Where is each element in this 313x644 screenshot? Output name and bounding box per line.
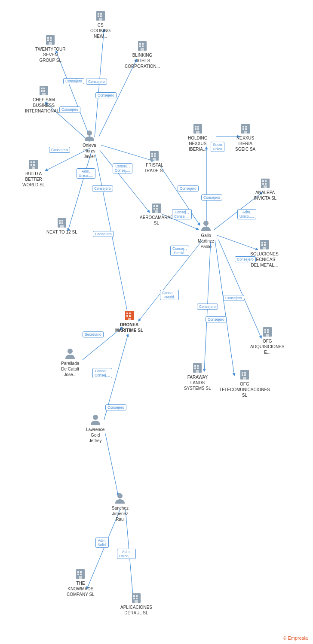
- svg-rect-51: [33, 161, 35, 163]
- building-icon: [191, 361, 203, 374]
- faraway-label: FARAWAY LANDS SYSTEMS SL: [184, 374, 211, 391]
- svg-rect-118: [244, 372, 246, 374]
- svg-rect-95: [261, 244, 263, 246]
- aplicaciones-node: APLICACIONES DERAUL SL: [120, 592, 152, 616]
- svg-rect-68: [153, 205, 155, 207]
- holding-nexxus-label: HOLDING NEXXUS IBERIA...: [188, 135, 208, 152]
- analepa-node: ANALEPA INVICTA SL: [254, 177, 276, 201]
- faraway-node: FARAWAY LANDS SYSTEMS SL: [184, 361, 211, 391]
- building-icon: [56, 216, 68, 228]
- svg-rect-126: [77, 571, 79, 573]
- svg-line-18: [215, 240, 234, 376]
- svg-rect-56: [59, 220, 61, 222]
- consej-presid-label-2: Consej. , Presid.: [160, 290, 179, 300]
- building-icon: [74, 568, 86, 580]
- consej-presid-label-1: Consej. , Presid.: [170, 246, 189, 256]
- building-icon: [239, 368, 251, 380]
- building-icon: [258, 238, 270, 250]
- building-icon: [150, 202, 163, 214]
- svg-rect-44: [43, 88, 45, 89]
- consejero-label-8: Consejero: [178, 185, 199, 191]
- svg-rect-26: [100, 13, 102, 15]
- svg-rect-64: [151, 155, 153, 157]
- svg-rect-111: [194, 365, 196, 367]
- svg-rect-29: [99, 18, 102, 21]
- svg-rect-39: [139, 46, 141, 47]
- svg-rect-57: [61, 220, 63, 222]
- svg-rect-135: [136, 598, 138, 599]
- gallo-node: Gallo Martinez Pablo: [198, 219, 214, 249]
- svg-line-23: [105, 434, 118, 496]
- svg-rect-82: [242, 128, 244, 130]
- svg-rect-77: [197, 128, 199, 130]
- svg-rect-83: [245, 128, 247, 130]
- svg-rect-99: [126, 313, 128, 314]
- svg-rect-33: [47, 39, 49, 41]
- twentyfour-label: TWENTYFOUR SEVEN GROUP SL: [35, 46, 66, 63]
- consejero-label-5: Consejero: [49, 147, 70, 153]
- consej-consej-label-1: Consej. , Consej....: [113, 163, 132, 173]
- person-icon: [89, 413, 102, 426]
- svg-rect-103: [128, 318, 131, 320]
- svg-rect-40: [142, 46, 144, 47]
- drones-building-icon: [123, 309, 135, 321]
- building-icon: [28, 158, 40, 170]
- adm-solid-label: Adm. Solid.: [95, 538, 109, 548]
- person-icon: [114, 492, 126, 504]
- svg-rect-88: [262, 183, 264, 185]
- svg-rect-84: [244, 131, 247, 134]
- svg-rect-100: [129, 313, 131, 314]
- consejero-label-14: Consejero: [105, 404, 126, 410]
- building-icon: [130, 592, 142, 604]
- parellada-label: Parellada De Catalt Jose...: [61, 361, 79, 377]
- consejero-label-6: Consejero: [92, 185, 113, 191]
- gallo-label: Gallo Martinez Pablo: [198, 233, 214, 249]
- svg-rect-62: [151, 153, 153, 155]
- svg-rect-134: [133, 598, 135, 599]
- svg-rect-112: [197, 365, 199, 367]
- svg-rect-76: [195, 128, 196, 130]
- building-icon: [261, 325, 273, 337]
- building-icon: [95, 9, 107, 21]
- consej-consej-label-3: Consej. , Consej....: [92, 368, 112, 378]
- aerocamaras-node: AEROCAMARAS SL: [140, 202, 173, 226]
- svg-rect-31: [47, 37, 49, 39]
- svg-point-122: [68, 349, 73, 354]
- watermark-text: Empresia: [288, 635, 308, 641]
- svg-rect-127: [80, 571, 82, 573]
- svg-rect-60: [60, 225, 64, 228]
- svg-line-14: [95, 155, 129, 320]
- svg-rect-63: [154, 153, 156, 155]
- cs-cooking-label: CS COOKING NEW...: [90, 22, 110, 39]
- svg-rect-69: [156, 205, 158, 207]
- consejero-label-9: Consejero: [201, 194, 222, 200]
- consejero-label-1: Consejero: [86, 79, 107, 85]
- aerocamaras-label: AEROCAMARAS SL: [140, 215, 173, 226]
- svg-rect-72: [155, 210, 158, 213]
- frisal-label: FRISTAL TRADE SL: [144, 162, 165, 173]
- svg-rect-119: [242, 374, 243, 376]
- svg-point-91: [203, 221, 209, 226]
- cs-cooking-node: CS COOKING NEW...: [90, 9, 110, 39]
- svg-rect-75: [197, 126, 199, 128]
- consejero-label-4: Consejero: [59, 106, 80, 112]
- svg-rect-132: [133, 595, 135, 597]
- socio-unico-label: Socio Único: [211, 142, 224, 152]
- svg-rect-81: [245, 126, 247, 128]
- svg-rect-113: [194, 368, 196, 369]
- ofg-adquisiciones-node: OFG ADQUISICIONES E...: [250, 325, 284, 355]
- svg-rect-32: [50, 37, 52, 39]
- building-icon: [38, 84, 50, 96]
- svg-rect-35: [49, 42, 52, 45]
- svg-rect-89: [265, 183, 267, 185]
- svg-rect-90: [264, 185, 267, 188]
- svg-rect-66: [153, 158, 156, 161]
- nexxus-iberia-node: NEXXUS IBERIA SGEIC SA: [235, 122, 255, 152]
- nexxus-iberia-label: NEXXUS IBERIA SGEIC SA: [235, 135, 255, 152]
- building-icon: [44, 33, 56, 46]
- svg-rect-78: [196, 131, 199, 134]
- svg-rect-106: [267, 329, 269, 331]
- consejero-label-13: Consejero: [206, 316, 227, 322]
- svg-rect-70: [153, 208, 155, 210]
- build-better-label: BUILD A BETTER WORLD SL: [22, 171, 45, 188]
